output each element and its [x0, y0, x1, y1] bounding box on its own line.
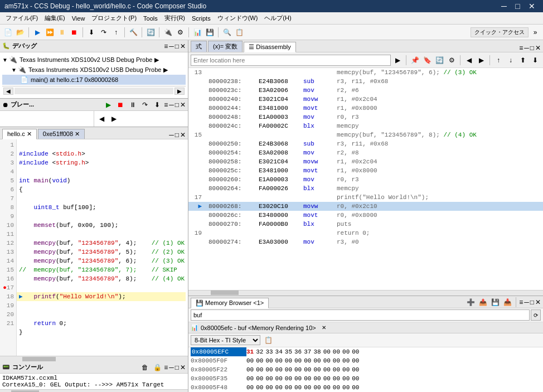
menu-help[interactable]: ヘルプ(H): [261, 13, 294, 23]
disasm-back[interactable]: ◀: [463, 55, 474, 66]
menu-run[interactable]: 実行(R): [161, 13, 188, 23]
disasm-row-26c[interactable]: 8000026c: E3480000 movt r0, #0x8000: [188, 211, 543, 220]
tree-item-probe1[interactable]: ▼ 🔌 Texas Instruments XDS100v2 USB Debug…: [2, 55, 186, 65]
disasm-view-menu[interactable]: ≡: [519, 44, 523, 52]
debug-view-menu[interactable]: ≡: [164, 42, 168, 50]
disasm-content[interactable]: 13 memcpy(buf, "123456789", 6); // (3) O…: [188, 68, 543, 290]
tree-scroll-right[interactable]: ▶: [174, 88, 185, 95]
console-content[interactable]: IDKAM571x.ccxml CortexA15_0: GEL Output:…: [0, 374, 188, 389]
disasm-settings2[interactable]: ⚙: [446, 55, 457, 66]
mem-row-2[interactable]: 0x80005F22 000000000000000000000000: [188, 365, 543, 374]
toolbar-reset[interactable]: 🔄: [145, 27, 156, 38]
console-scrollbar-h[interactable]: [0, 389, 188, 392]
tree-item-probe2[interactable]: ▼ 🔌 Texas Instruments XDS100v2 USB Debug…: [2, 65, 186, 75]
memory-search-input[interactable]: [191, 309, 530, 321]
toolbar-stop[interactable]: ⏹: [69, 27, 80, 38]
menu-scripts[interactable]: Scripts: [188, 14, 214, 23]
disasm-row-248[interactable]: 80000248: E1A00003 mov r0, r3: [188, 113, 543, 122]
disasm-close[interactable]: ✕: [535, 44, 541, 52]
tab-expressions[interactable]: 式: [191, 41, 207, 52]
bp-stop[interactable]: ⏹: [115, 99, 126, 110]
disasm-maximize[interactable]: □: [530, 44, 534, 52]
bp-close[interactable]: ✕: [180, 101, 186, 109]
tab-variables[interactable]: (x)= 変数: [208, 41, 243, 52]
minimize-button[interactable]: ─: [498, 2, 510, 11]
console-minimize[interactable]: ─: [169, 364, 174, 371]
bp-view-menu[interactable]: ≡: [164, 101, 168, 109]
disasm-row-13[interactable]: 13 memcpy(buf, "123456789", 6); // (3) O…: [188, 68, 543, 77]
toolbar-expressions[interactable]: 📊: [192, 27, 203, 38]
toolbar-debug[interactable]: ▶: [32, 27, 43, 38]
disasm-location-input[interactable]: [193, 57, 388, 64]
disasm-nav3[interactable]: ⬆: [517, 55, 529, 66]
mem-row-0[interactable]: 0x80005EFC 31 32 33 34 35 36 37 38 00 00…: [188, 347, 543, 356]
disasm-row-24c[interactable]: 8000024c: FA00002C blx memcpy: [188, 122, 543, 130]
disasm-search-btn[interactable]: ▶: [392, 55, 403, 66]
tab-disassembly[interactable]: ☰ Disassembly: [244, 42, 295, 52]
console-view-menu[interactable]: ≡: [164, 364, 168, 371]
memory-search-button[interactable]: ⟳: [531, 309, 541, 321]
menu-file[interactable]: ファイル(F): [2, 13, 41, 23]
editor-minimize[interactable]: ─: [169, 131, 174, 139]
toolbar-step-return[interactable]: ↑: [110, 27, 122, 38]
memory-view-menu[interactable]: ≡: [519, 298, 523, 306]
disasm-row-274[interactable]: 80000274: E3A03000 mov r3, #0: [188, 238, 543, 246]
bp-step[interactable]: ↷: [139, 99, 151, 110]
toolbar-new[interactable]: 📄: [2, 27, 13, 38]
editor-scrollbar-h[interactable]: [0, 356, 188, 361]
disasm-row-17[interactable]: 17 printf("Hello World!\n");: [188, 193, 543, 202]
console-scroll-thumb[interactable]: [11, 390, 39, 393]
code-text[interactable]: #include <stdio.h> #include <string.h> i…: [17, 139, 188, 356]
mem-row-1[interactable]: 0x80005F0F 000000000000000000000000: [188, 356, 543, 365]
disasm-nav2[interactable]: ↓: [505, 55, 516, 66]
disasm-nav1[interactable]: ↑: [493, 55, 504, 66]
disasm-row-268-current[interactable]: ▶ 80000268: E3020C10 movw r0, #0x2c10: [188, 202, 543, 211]
bp-nav-forward[interactable]: ▶: [109, 113, 120, 124]
toolbar-build[interactable]: 🔨: [128, 27, 139, 38]
toolbar-settings[interactable]: ⚙: [174, 27, 186, 38]
debug-close[interactable]: ✕: [180, 42, 186, 50]
tab-hex-addr[interactable]: 0xe51ff008 ✕: [38, 129, 85, 139]
quick-access-button[interactable]: クイック・アクセス: [471, 27, 529, 37]
tab-hello-c[interactable]: hello.c ✕: [2, 129, 37, 139]
disasm-nav4[interactable]: ⬇: [530, 55, 541, 66]
menu-edit[interactable]: 編集(E): [41, 13, 69, 23]
disasm-row-240[interactable]: 80000240: E3021C04 movw r1, #0x2c04: [188, 95, 543, 104]
bp-into[interactable]: ⬇: [152, 99, 163, 110]
disasm-scrollbar-h[interactable]: [188, 290, 543, 296]
editor-content[interactable]: 12345678910111213141516●1718192021 #incl…: [0, 139, 188, 356]
disasm-row-250[interactable]: 80000250: E24B3068 sub r3, r11, #0x68: [188, 139, 543, 148]
mem-subtab-close[interactable]: ✕: [318, 322, 329, 333]
disasm-row-258[interactable]: 80000258: E3021C04 movw r1, #0x2c04: [188, 157, 543, 166]
disasm-scroll-thumb[interactable]: [211, 291, 239, 295]
mem-add[interactable]: ➕: [465, 297, 476, 308]
memory-minimize[interactable]: ─: [524, 298, 529, 306]
debug-maximize[interactable]: □: [175, 42, 179, 50]
mem-row-4[interactable]: 0x80005F48 000000000000000000000000: [188, 383, 543, 392]
console-maximize[interactable]: □: [175, 364, 179, 371]
tree-item-main[interactable]: 📄 main() at hello.c:17 0x80000268: [2, 75, 186, 85]
menu-window[interactable]: ウィンドウ(W): [214, 13, 261, 23]
bp-suspend[interactable]: ⏸: [127, 99, 138, 110]
memory-content[interactable]: 0x80005EFC 31 32 33 34 35 36 37 38 00 00…: [188, 347, 543, 392]
disasm-row-264[interactable]: 80000264: FA000026 blx memcpy: [188, 184, 543, 193]
tab-memory-browser[interactable]: 💾 Memory Browser <1>: [191, 298, 269, 308]
console-scroll-lock[interactable]: 🔒: [152, 362, 163, 373]
disasm-location-field[interactable]: [191, 55, 391, 66]
memory-close[interactable]: ✕: [535, 298, 541, 306]
toolbar-memory[interactable]: 💾: [204, 27, 215, 38]
memory-format-select[interactable]: 8-Bit Hex - TI Style 16-Bit Hex - TI Sty…: [191, 335, 260, 345]
toolbar-step-over[interactable]: ↷: [98, 27, 109, 38]
disasm-row-19[interactable]: 19 return 0;: [188, 229, 543, 238]
editor-close[interactable]: ✕: [180, 131, 186, 139]
bp-minimize[interactable]: ─: [169, 101, 174, 109]
debug-minimize[interactable]: ─: [169, 42, 174, 50]
disasm-row-244[interactable]: 80000244: E3481000 movt r1, #0x8000: [188, 104, 543, 113]
mem-row-3[interactable]: 0x80005F35 000000000000000000000000: [188, 374, 543, 383]
mem-save[interactable]: 💾: [489, 297, 501, 308]
toolbar-suspend[interactable]: ⏸: [56, 27, 67, 38]
toolbar-misc2[interactable]: 📋: [234, 27, 245, 38]
menu-project[interactable]: プロジェクト(P): [88, 13, 140, 23]
tree-scroll-left[interactable]: ◀: [3, 88, 13, 95]
disasm-forward[interactable]: ▶: [476, 55, 487, 66]
